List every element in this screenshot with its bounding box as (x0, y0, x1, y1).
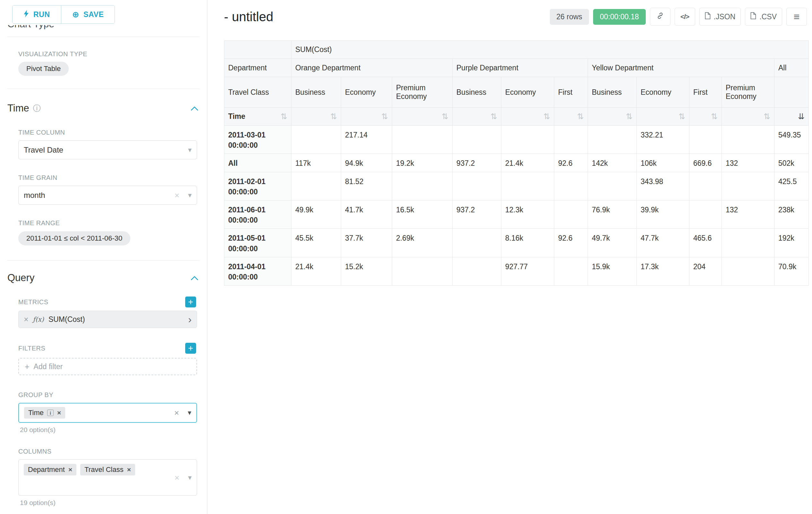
sort-icon[interactable]: ⇅ (281, 112, 287, 121)
filters-label: FILTERS (18, 345, 45, 352)
time-column-select[interactable]: Travel Date ▾ (18, 140, 197, 159)
sort-icon[interactable]: ⇅ (330, 112, 337, 121)
class-header: Premium Economy (722, 77, 775, 108)
remove-metric-icon[interactable]: × (24, 315, 29, 324)
metric-header: SUM(Cost) (291, 41, 809, 59)
columns-select[interactable]: Department × Travel Class × × ▾ (18, 459, 197, 496)
run-button[interactable]: RUN (12, 5, 61, 23)
row-count-badge: 26 rows (550, 9, 589, 25)
chevron-down-icon: ▾ (188, 474, 192, 482)
time-range-label: TIME RANGE (18, 219, 196, 227)
pivot-cell (453, 257, 501, 285)
export-csv-button[interactable]: .CSV (745, 8, 782, 26)
sort-icon[interactable]: ⇅ (711, 112, 718, 121)
chart-header: - untitled 26 rows 00:00:00.18 </> (224, 8, 812, 26)
pivot-row: 2011-04-01 00:00:0021.4k15.2k927.7715.9k… (224, 257, 809, 285)
time-column-label: TIME COLUMN (18, 129, 196, 136)
row-label: 2011-04-01 00:00:00 (224, 257, 291, 285)
group-by-select[interactable]: Time i × × ▾ (18, 403, 197, 423)
time-range-pill[interactable]: 2011-01-01 ≤ col < 2011-06-30 (18, 231, 130, 245)
export-json-label: .JSON (714, 12, 735, 21)
visualization-type-pill[interactable]: Pivot Table (18, 62, 69, 76)
divider (7, 260, 200, 261)
clear-icon[interactable]: × (175, 190, 179, 200)
add-filter-plus-button[interactable]: + (185, 343, 196, 354)
class-header: Economy (637, 77, 689, 108)
collapse-query-chevron-icon[interactable] (191, 276, 198, 280)
sort-icon[interactable]: ⇅ (626, 112, 633, 121)
empty-header-cell (775, 77, 809, 108)
columns-tag[interactable]: Travel Class × (80, 464, 135, 476)
pivot-cell: 49.9k (291, 200, 341, 228)
sort-icon[interactable]: ⇅ (763, 112, 770, 121)
chart-title: - untitled (224, 10, 273, 24)
group-by-tag[interactable]: Time i × (24, 407, 65, 418)
pivot-cell: 39.9k (637, 200, 689, 228)
copy-link-button[interactable] (650, 8, 670, 26)
sort-icon[interactable]: ⇅ (381, 112, 388, 121)
column-sort-header: ⇅ (689, 108, 722, 126)
metric-item[interactable]: × ƒ(x) SUM(Cost) › (18, 310, 197, 328)
add-metric-button[interactable]: + (185, 297, 196, 307)
control-panel: RUN ⊕ SAVE Chart Type VISUALIZATION TYPE… (0, 0, 207, 514)
class-header: First (689, 77, 722, 108)
time-grain-value: month (24, 191, 45, 200)
metrics-label: METRICS (18, 298, 49, 306)
pivot-cell: 94.9k (341, 154, 392, 172)
pivot-row: All117k94.9k19.2k937.221.4k92.6142k106k6… (224, 154, 809, 172)
sort-icon[interactable]: ⇅ (442, 112, 448, 121)
remove-tag-icon[interactable]: × (127, 466, 131, 474)
chevron-down-icon: ▾ (188, 146, 192, 154)
pivot-cell: 343.98 (637, 172, 689, 200)
more-menu-button[interactable]: ≡ (786, 8, 807, 26)
explore-view: RUN ⊕ SAVE Chart Type VISUALIZATION TYPE… (0, 0, 812, 514)
export-json-button[interactable]: .JSON (699, 8, 741, 26)
collapse-time-chevron-icon[interactable] (191, 106, 198, 110)
remove-tag-icon[interactable]: × (57, 409, 61, 417)
pivot-cell: 92.6 (554, 154, 588, 172)
remove-tag-icon[interactable]: × (68, 466, 72, 474)
column-info-icon: i (47, 410, 54, 416)
clear-icon[interactable]: × (175, 472, 179, 483)
columns-tag[interactable]: Department × (24, 464, 77, 476)
sort-icon[interactable]: ⇅ (678, 112, 685, 121)
pivot-table: SUM(Cost) Department Orange Department P… (224, 40, 809, 286)
columns-label: COLUMNS (18, 448, 196, 455)
department-label: Department (224, 59, 291, 77)
pivot-cell: 15.2k (341, 257, 392, 285)
pivot-cell: 937.2 (453, 154, 501, 172)
pivot-cell: 669.6 (689, 154, 722, 172)
add-filter-label: Add filter (34, 362, 63, 371)
group-by-options-hint: 20 option(s) (20, 426, 207, 434)
all-column-sort-header: ⇊ (775, 108, 809, 126)
row-label: 2011-05-01 00:00:00 (224, 229, 291, 257)
time-grain-select[interactable]: month × ▾ (18, 186, 197, 205)
pivot-cell (554, 172, 588, 200)
pivot-cell: 927.77 (501, 257, 554, 285)
metric-header-row: SUM(Cost) (224, 41, 809, 59)
pivot-cell: 425.5 (775, 172, 809, 200)
hamburger-menu-icon: ≡ (794, 11, 800, 22)
sort-icon[interactable]: ⇅ (577, 112, 584, 121)
visualization-type-label: VISUALIZATION TYPE (18, 50, 196, 58)
open-metric-caret-icon[interactable]: › (188, 314, 192, 324)
clear-icon[interactable]: × (174, 408, 179, 418)
pivot-cell: 106k (637, 154, 689, 172)
code-icon: </> (680, 13, 689, 21)
group-by-tag-label: Time (28, 409, 44, 417)
embed-code-button[interactable]: </> (675, 8, 695, 26)
pivot-cell (722, 126, 775, 154)
pivot-cell (554, 257, 588, 285)
columns-options-hint: 19 option(s) (20, 499, 207, 507)
group-header-purple: Purple Department (453, 59, 588, 77)
pivot-cell: 132 (722, 154, 775, 172)
add-filter-box[interactable]: + Add filter (18, 358, 197, 375)
sort-descending-icon[interactable]: ⇊ (798, 112, 805, 121)
sort-icon[interactable]: ⇅ (543, 112, 550, 121)
pivot-cell: 21.4k (501, 154, 554, 172)
row-label: All (224, 154, 291, 172)
save-button[interactable]: ⊕ SAVE (61, 5, 115, 23)
sort-icon[interactable]: ⇅ (490, 112, 497, 121)
time-column-value: Travel Date (24, 145, 63, 155)
travel-class-label: Travel Class (224, 77, 291, 108)
